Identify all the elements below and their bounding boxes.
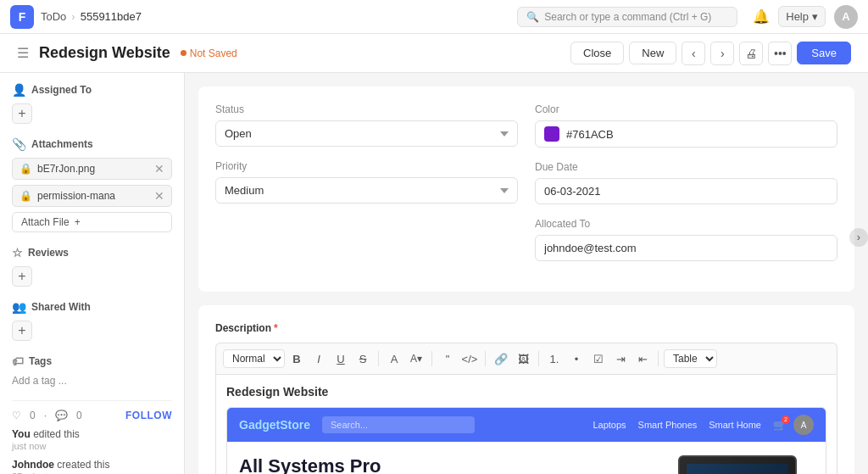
allocated-to-input[interactable]: [535, 235, 837, 261]
save-button[interactable]: Save: [797, 42, 851, 64]
reviews-section: ☆ Reviews +: [12, 246, 172, 287]
breadcrumb-id[interactable]: 555911bde7: [81, 10, 142, 23]
activity-action-2: created this: [57, 459, 109, 471]
file-icon-2: 🔒: [19, 190, 32, 202]
due-date-input[interactable]: [535, 178, 837, 204]
cart-badge: 2: [782, 415, 790, 424]
indent-button[interactable]: ⇥: [610, 349, 631, 369]
close-button[interactable]: Close: [570, 42, 624, 64]
breadcrumb-parent[interactable]: ToDo: [41, 10, 66, 23]
help-button[interactable]: Help ▾: [778, 6, 826, 27]
shared-with-header: 👥 Shared With: [12, 300, 172, 314]
color-input-wrapper[interactable]: #761ACB: [535, 120, 837, 148]
attachment-item-1[interactable]: 🔒 bE7rJon.png ✕: [12, 158, 172, 180]
description-label-text: Description: [215, 322, 271, 334]
attachments-label: Attachments: [31, 138, 93, 150]
file-icon-1: 🔒: [19, 163, 32, 175]
like-count: 0: [30, 410, 36, 421]
not-saved-label: Not Saved: [190, 47, 237, 59]
menu-icon[interactable]: ☰: [17, 45, 29, 61]
main-layout: 👤 Assigned To + 📎 Attachments 🔒 bE7rJon.…: [0, 73, 868, 474]
notification-bell-icon[interactable]: 🔔: [753, 8, 770, 25]
preview-text-col: All Systems Pro The Apple M1 chip gives …: [239, 455, 665, 474]
preview-search-box: Search...: [322, 416, 475, 433]
attach-file-button[interactable]: Attach File +: [12, 212, 172, 232]
tags-label: Tags: [29, 355, 52, 367]
priority-group: Priority Medium: [215, 160, 518, 204]
preview-logo-span: Store: [280, 418, 310, 432]
breadcrumb-sep1: ›: [71, 10, 75, 23]
form-row-top: Status Open Priority Medium: [215, 103, 837, 275]
link-button[interactable]: 🔗: [491, 349, 511, 369]
not-saved-dot: [181, 50, 186, 56]
italic-button[interactable]: I: [309, 349, 329, 369]
search-placeholder: Search or type a command (Ctrl + G): [544, 11, 711, 23]
remove-attachment-2-button[interactable]: ✕: [154, 189, 164, 203]
new-button[interactable]: New: [629, 42, 676, 64]
attachment-name-1: bE7rJon.png: [37, 163, 95, 175]
reviews-label: Reviews: [28, 247, 69, 259]
search-icon: 🔍: [526, 11, 539, 23]
more-options-button[interactable]: •••: [768, 42, 792, 65]
checklist-button[interactable]: ☑: [588, 349, 609, 369]
sidebar: 👤 Assigned To + 📎 Attachments 🔒 bE7rJon.…: [0, 73, 185, 474]
toolbar-sep-1: [378, 351, 379, 366]
outdent-button[interactable]: ⇤: [632, 349, 653, 369]
strikethrough-button[interactable]: S: [353, 349, 373, 369]
like-comment-row: ♡ 0 · 💬 0 FOLLOW: [12, 410, 172, 421]
preview-nav-link-home: Smart Home: [709, 420, 761, 430]
status-select[interactable]: Open: [215, 120, 518, 147]
next-button[interactable]: ›: [710, 42, 734, 65]
form-card: Status Open Priority Medium: [198, 86, 854, 292]
laptop-body: [678, 455, 797, 474]
person-icon: 👤: [12, 83, 26, 97]
prev-button[interactable]: ‹: [682, 42, 705, 65]
assigned-to-label: Assigned To: [31, 84, 92, 96]
attach-file-label: Attach File: [21, 216, 70, 228]
format-select[interactable]: Normal: [223, 349, 285, 368]
shared-with-section: 👥 Shared With +: [12, 300, 172, 341]
unordered-list-button[interactable]: •: [566, 349, 587, 369]
description-label: Description *: [215, 322, 837, 334]
preview-nav-link-laptops: Laptops: [593, 420, 626, 430]
follow-button[interactable]: FOLLOW: [125, 410, 172, 421]
allocated-to-label: Allocated To: [535, 218, 837, 230]
font-color-button[interactable]: A: [384, 349, 404, 369]
priority-label: Priority: [215, 160, 518, 172]
highlight-button[interactable]: A▾: [406, 349, 426, 369]
comment-icon[interactable]: 💬: [55, 410, 68, 421]
priority-select[interactable]: Medium: [215, 177, 518, 204]
editor-content-area[interactable]: Redesign Website GadgetStore Search... L…: [215, 374, 837, 474]
help-label: Help: [786, 10, 809, 23]
assigned-to-section: 👤 Assigned To +: [12, 83, 172, 124]
attach-file-plus-icon: +: [75, 216, 81, 228]
user-avatar[interactable]: A: [834, 5, 858, 29]
activity-time-1: just now: [12, 441, 46, 451]
cart-icon: 🛒 2: [773, 419, 787, 432]
table-select[interactable]: Table: [664, 349, 717, 368]
image-button[interactable]: 🖼: [513, 349, 533, 369]
required-marker: *: [274, 322, 278, 334]
underline-button[interactable]: U: [331, 349, 351, 369]
preview-navbar: GadgetStore Search... Laptops Smart Phon…: [227, 408, 826, 442]
ordered-list-button[interactable]: 1.: [544, 349, 565, 369]
print-button[interactable]: 🖨: [739, 42, 763, 65]
app-logo[interactable]: F: [10, 5, 34, 29]
add-shared-button[interactable]: +: [12, 321, 32, 341]
remove-attachment-1-button[interactable]: ✕: [154, 162, 164, 176]
heart-icon[interactable]: ♡: [12, 410, 21, 421]
global-search[interactable]: 🔍 Search or type a command (Ctrl + G): [517, 7, 737, 27]
add-tag-input[interactable]: Add a tag ...: [12, 375, 172, 387]
preview-nav-links: Laptops Smart Phones Smart Home: [593, 420, 761, 430]
code-button[interactable]: </>: [459, 349, 480, 369]
task-title: Redesign Website: [39, 44, 170, 62]
group-icon: 👥: [12, 300, 26, 314]
attachment-item-2[interactable]: 🔒 permission-mana ✕: [12, 185, 172, 207]
website-preview: GadgetStore Search... Laptops Smart Phon…: [226, 407, 826, 474]
attachments-section: 📎 Attachments 🔒 bE7rJon.png ✕ 🔒 permissi…: [12, 137, 172, 232]
toolbar-sep-3: [485, 351, 486, 366]
add-review-button[interactable]: +: [12, 266, 32, 287]
add-assignee-button[interactable]: +: [12, 103, 32, 124]
blockquote-button[interactable]: ": [437, 349, 458, 369]
bold-button[interactable]: B: [287, 349, 307, 369]
